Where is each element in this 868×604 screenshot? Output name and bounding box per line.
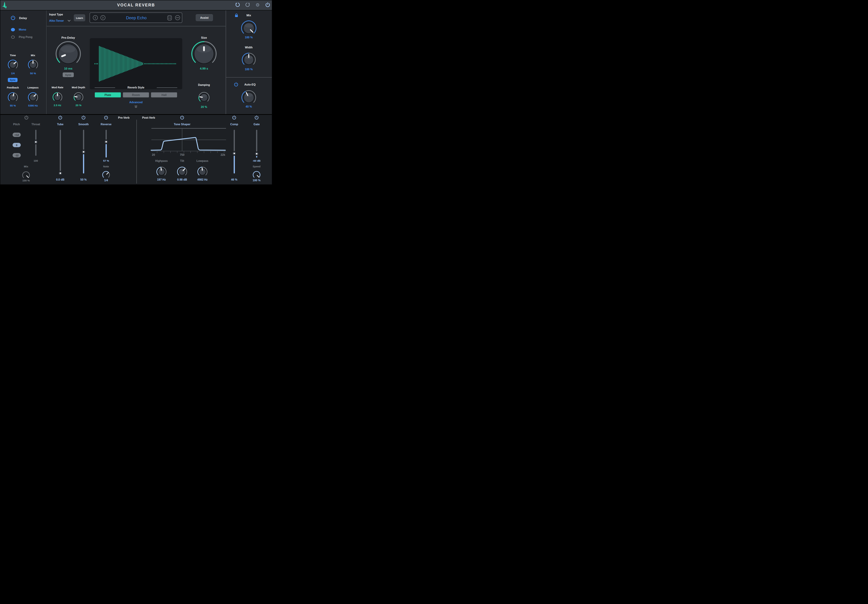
- throat-slider[interactable]: [33, 130, 38, 156]
- assist-button[interactable]: Assist: [196, 14, 213, 21]
- throat-label: Throat: [31, 123, 40, 126]
- gear-icon[interactable]: ⚙: [256, 2, 260, 8]
- double-chevron-down-icon[interactable]: [134, 105, 138, 108]
- reverse-slider[interactable]: [104, 130, 108, 158]
- tone-shaper-label: Tone Shaper: [174, 123, 191, 126]
- style-plate-button[interactable]: Plate: [95, 93, 121, 97]
- power-icon[interactable]: [265, 2, 270, 8]
- size-value: 4.99 s: [200, 67, 208, 70]
- prev-icon[interactable]: [93, 15, 98, 20]
- mod-rate-knob[interactable]: [51, 91, 64, 103]
- comp-label: Comp: [230, 123, 238, 126]
- mono-radio[interactable]: [11, 28, 15, 31]
- gate-power-button[interactable]: [254, 115, 259, 120]
- preset-browser: Deep Echo: [90, 12, 182, 23]
- width-knob[interactable]: [240, 51, 257, 68]
- lock-icon[interactable]: [234, 14, 239, 17]
- mod-rate-label: Mod Rate: [51, 86, 64, 89]
- pre-delay-knob[interactable]: [54, 40, 82, 68]
- comp-slider[interactable]: [232, 130, 237, 173]
- undo-icon[interactable]: [235, 2, 240, 8]
- pre-delay-label: Pre-Delay: [62, 36, 75, 40]
- auto-eq-knob[interactable]: [240, 89, 257, 106]
- pre-delay-value: 10 ms: [64, 67, 72, 70]
- speed-knob[interactable]: [251, 170, 262, 180]
- mono-radio-label[interactable]: Mono: [19, 28, 26, 31]
- comp-power-button[interactable]: [232, 115, 236, 120]
- preset-name[interactable]: Deep Echo: [126, 15, 147, 20]
- divider: [226, 11, 226, 114]
- tilt-value: 0.98 dB: [177, 178, 187, 181]
- highpass-knob[interactable]: [155, 165, 168, 178]
- ping-pong-radio-label[interactable]: Ping Pong: [19, 36, 33, 39]
- lowpass-knob[interactable]: [196, 165, 209, 178]
- pitch-mix-knob[interactable]: [21, 170, 31, 180]
- gate-label: Gate: [253, 123, 260, 126]
- bottom-panel: Pre-Verb Post-Verb Pitch Throat +12 0 -1…: [0, 115, 272, 185]
- tilt-knob[interactable]: [176, 165, 188, 178]
- chevron-down-icon[interactable]: [68, 20, 70, 22]
- redo-icon[interactable]: [245, 2, 250, 8]
- input-type-dropdown[interactable]: Alto-Tenor: [49, 19, 64, 23]
- title-bar: VOCAL REVERB ⚙: [0, 0, 272, 10]
- pitch-mix-value: 100 %: [22, 179, 30, 182]
- auto-eq-value: 40 %: [246, 105, 252, 108]
- time-value: 1/4: [11, 72, 15, 75]
- mod-depth-label: Mod Depth: [72, 86, 85, 89]
- time-knob[interactable]: [6, 59, 19, 71]
- delay-sync-button[interactable]: Sync: [8, 78, 17, 82]
- throat-value: 100: [34, 159, 38, 162]
- smooth-slider[interactable]: [81, 130, 86, 173]
- style-hall-button[interactable]: Hall: [151, 93, 177, 97]
- ellipsis-icon[interactable]: [175, 15, 180, 20]
- ping-pong-radio[interactable]: [11, 36, 15, 39]
- main-panel: Delay Mono Ping Pong Time Mix 1/4 50 % S…: [0, 11, 272, 114]
- divider: [95, 87, 115, 88]
- auto-eq-power-button[interactable]: [234, 82, 239, 87]
- tone-shaper-power-button[interactable]: [180, 115, 184, 120]
- reverb-decay-display: [90, 38, 182, 89]
- dice-icon[interactable]: [167, 15, 172, 20]
- pre-delay-sync-button[interactable]: Sync: [63, 73, 74, 77]
- app-title: VOCAL REVERB: [117, 3, 155, 8]
- pitch-section-power-button[interactable]: [24, 115, 29, 120]
- divider: [46, 11, 46, 114]
- reverb-style-label: Reverb Style: [128, 86, 144, 89]
- mod-depth-knob[interactable]: [72, 91, 85, 103]
- size-knob[interactable]: [190, 40, 218, 68]
- pitch-label: Pitch: [13, 123, 20, 126]
- highpass-label: Highpass: [155, 159, 168, 162]
- smooth-power-button[interactable]: [81, 115, 86, 120]
- output-mix-value: 100 %: [245, 36, 253, 39]
- tilt-label: Tilt: [180, 159, 184, 162]
- output-mix-knob[interactable]: [240, 19, 257, 37]
- note-knob[interactable]: [101, 170, 111, 180]
- pitch-minus12-button[interactable]: -12: [13, 153, 21, 158]
- advanced-link[interactable]: Advanced: [129, 101, 143, 104]
- tube-slider[interactable]: [58, 130, 63, 173]
- post-verb-label: Post-Verb: [142, 116, 155, 119]
- damping-value: 20 %: [201, 105, 207, 108]
- style-room-button[interactable]: Room: [123, 93, 149, 97]
- tube-label: Tube: [57, 123, 64, 126]
- feedback-knob[interactable]: [6, 91, 19, 103]
- tube-power-button[interactable]: [58, 115, 62, 120]
- delay-mix-knob[interactable]: [27, 59, 39, 71]
- pitch-zero-button[interactable]: 0: [13, 143, 21, 147]
- damping-knob[interactable]: [197, 91, 211, 104]
- pitch-plus12-button[interactable]: +12: [13, 133, 21, 137]
- delay-lowpass-knob[interactable]: [27, 91, 39, 103]
- delay-power-button[interactable]: [11, 15, 16, 21]
- smooth-value: 50 %: [81, 178, 87, 181]
- tone-axis-22k: 22k: [221, 153, 225, 156]
- learn-button[interactable]: Learn: [74, 14, 85, 21]
- pitch-mix-label: Mix: [24, 165, 28, 168]
- note-value: 1/4: [104, 179, 108, 182]
- next-icon[interactable]: [101, 15, 105, 20]
- feedback-label: Feedback: [7, 86, 19, 89]
- gate-slider[interactable]: [254, 130, 259, 158]
- feedback-value: 55 %: [10, 104, 16, 107]
- delay-mix-label: Mix: [31, 54, 35, 57]
- reverse-power-button[interactable]: [104, 115, 108, 120]
- divider: [47, 26, 226, 26]
